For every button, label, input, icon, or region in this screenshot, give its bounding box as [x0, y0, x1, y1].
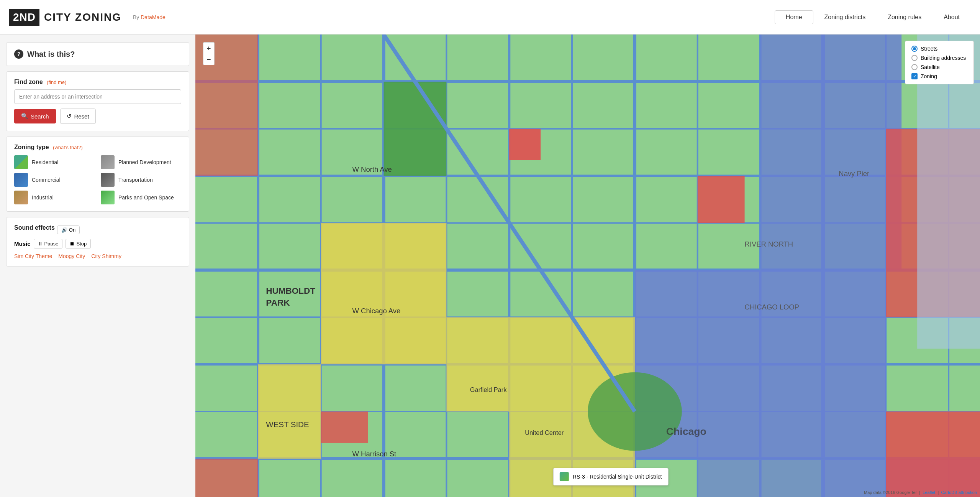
logo-box: 2ND: [9, 9, 39, 26]
zoning-item-residential[interactable]: Residential: [14, 155, 95, 169]
svg-text:HUMBOLDT: HUMBOLDT: [266, 286, 315, 296]
svg-text:CHICAGO LOOP: CHICAGO LOOP: [745, 303, 799, 311]
track-moogy-city[interactable]: Moogy City: [58, 253, 85, 259]
zoom-out-button[interactable]: −: [203, 54, 215, 65]
industrial-icon: [14, 191, 28, 204]
commercial-icon: [14, 173, 28, 187]
parks-label: Parks and Open Space: [118, 194, 174, 201]
parks-icon: [101, 191, 115, 204]
zoning-checkbox[interactable]: [911, 73, 918, 79]
main-layout: ? What is this? Find zone (find me) 🔍 Se…: [0, 35, 980, 497]
find-zone-title: Find zone (find me): [14, 79, 181, 86]
layer-zoning[interactable]: Zoning: [911, 73, 967, 79]
music-tracks: Sim City Theme Moogy City City Shimmy: [14, 253, 181, 259]
svg-text:United Center: United Center: [525, 429, 564, 436]
zoom-in-button[interactable]: +: [203, 42, 215, 54]
map-background: HUMBOLDT PARK WEST SIDE Chicago CHICAGO …: [195, 35, 980, 497]
nav-zoning-rules[interactable]: Zoning rules: [877, 10, 932, 24]
zoom-controls: + −: [203, 42, 215, 65]
stop-button[interactable]: ⏹ Stop: [66, 239, 91, 248]
whats-that-link[interactable]: (what's that?): [53, 145, 83, 150]
layer-streets[interactable]: Streets: [911, 46, 967, 52]
nav-zoning-districts[interactable]: Zoning districts: [813, 10, 877, 24]
logo-block: 2ND CITY ZONING By DataMade: [9, 9, 166, 26]
svg-text:Garfield Park: Garfield Park: [470, 386, 507, 393]
sound-title: Sound effects: [14, 224, 55, 231]
svg-rect-46: [321, 411, 368, 443]
zoning-item-planned[interactable]: Planned Development: [101, 155, 181, 169]
what-is-this: ? What is this?: [14, 49, 181, 59]
zoning-type-card: Zoning type (what's that?) Residential P…: [6, 137, 189, 212]
zoning-item-parks[interactable]: Parks and Open Space: [101, 191, 181, 204]
nav-about[interactable]: About: [932, 10, 971, 24]
zoning-item-transportation[interactable]: Transportation: [101, 173, 181, 187]
reset-label: Reset: [74, 113, 89, 120]
music-label: Music: [14, 240, 31, 247]
cartodb-link[interactable]: CartoDB attribution: [941, 490, 977, 495]
tooltip-zone-icon: [560, 472, 569, 481]
svg-rect-32: [258, 364, 321, 459]
zoning-item-commercial[interactable]: Commercial: [14, 173, 95, 187]
svg-text:Chicago: Chicago: [666, 426, 706, 437]
svg-rect-29: [321, 223, 447, 365]
search-button[interactable]: 🔍 Search: [14, 109, 56, 123]
pause-button[interactable]: ⏸ Pause: [34, 239, 63, 248]
search-icon: 🔍: [21, 113, 28, 120]
zoning-grid: Residential Planned Development Commerci…: [14, 155, 181, 204]
industrial-label: Industrial: [32, 194, 54, 201]
svg-text:WEST SIDE: WEST SIDE: [266, 420, 309, 429]
by-label: By: [133, 14, 139, 20]
svg-text:W Harrison St: W Harrison St: [352, 450, 397, 458]
music-row: Music ⏸ Pause ⏹ Stop: [14, 239, 181, 248]
commercial-label: Commercial: [32, 177, 61, 183]
building-addresses-radio[interactable]: [911, 55, 918, 61]
help-icon: ?: [14, 49, 23, 59]
zoning-label: Zoning: [921, 73, 937, 79]
zoning-type-label: Zoning type: [14, 144, 49, 150]
sound-effects-card: Sound effects 🔊 On Music ⏸ Pause ⏹ Stop …: [6, 217, 189, 267]
leaflet-link[interactable]: Leaflet: [923, 490, 935, 495]
stop-label: Stop: [76, 241, 87, 247]
svg-rect-44: [509, 129, 541, 160]
svg-rect-39: [384, 82, 447, 176]
track-sim-city-theme[interactable]: Sim City Theme: [14, 253, 52, 259]
sound-icon: 🔊: [61, 227, 67, 233]
sound-status-badge[interactable]: 🔊 On: [57, 225, 80, 234]
stop-icon: ⏹: [70, 241, 75, 247]
svg-rect-28: [698, 459, 823, 497]
datamade-link[interactable]: DataMade: [141, 14, 166, 20]
zoning-type-title: Zoning type (what's that?): [14, 144, 181, 151]
streets-label: Streets: [921, 46, 937, 52]
svg-rect-26: [760, 35, 902, 270]
layer-satellite[interactable]: Satellite: [911, 64, 967, 70]
reset-button[interactable]: ↺ Reset: [60, 109, 95, 124]
svg-rect-36: [195, 459, 258, 497]
by-datamade: By DataMade: [133, 14, 166, 20]
nav-home[interactable]: Home: [775, 10, 813, 24]
planned-icon: [101, 155, 115, 169]
address-input[interactable]: [14, 89, 181, 104]
track-city-shimmy[interactable]: City Shimmy: [91, 253, 121, 259]
layer-building-addresses[interactable]: Building addresses: [911, 55, 967, 61]
tooltip-text: RS-3 - Residential Single-Unit District: [573, 474, 662, 480]
svg-text:W Chicago Ave: W Chicago Ave: [352, 307, 401, 315]
layer-controls: Streets Building addresses Satellite Zon…: [905, 41, 974, 84]
pause-label: Pause: [44, 241, 59, 247]
sound-row: Sound effects 🔊 On: [14, 224, 181, 235]
sound-status: On: [69, 227, 75, 233]
streets-radio[interactable]: [911, 46, 918, 52]
map-container[interactable]: HUMBOLDT PARK WEST SIDE Chicago CHICAGO …: [195, 35, 980, 497]
building-addresses-label: Building addresses: [921, 55, 966, 61]
main-nav: Home Zoning districts Zoning rules About: [775, 10, 971, 24]
residential-label: Residential: [32, 159, 58, 165]
what-is-this-card: ? What is this?: [6, 42, 189, 66]
find-me-link[interactable]: (find me): [47, 79, 66, 85]
zoning-item-industrial[interactable]: Industrial: [14, 191, 95, 204]
header: 2ND CITY ZONING By DataMade Home Zoning …: [0, 0, 980, 35]
satellite-radio[interactable]: [911, 64, 918, 70]
svg-text:RIVER NORTH: RIVER NORTH: [745, 240, 793, 248]
site-title: CITY ZONING: [44, 11, 121, 23]
find-zone-card: Find zone (find me) 🔍 Search ↺ Reset: [6, 71, 189, 131]
svg-text:PARK: PARK: [266, 298, 290, 308]
transportation-label: Transportation: [118, 177, 153, 183]
